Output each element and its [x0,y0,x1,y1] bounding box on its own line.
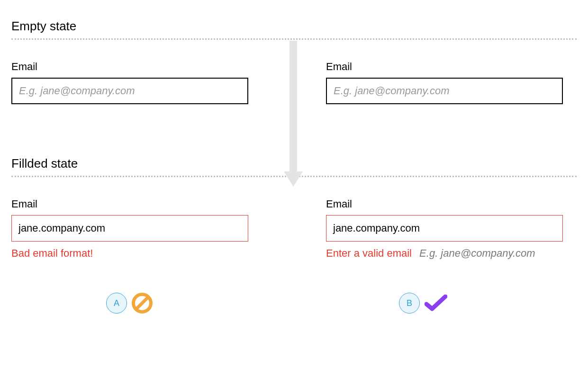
variant-badge-a: A [106,293,127,314]
divider [11,38,577,40]
field-label: Email [326,198,563,210]
error-hint: E.g. jane@company.com [419,247,535,259]
field-label: Email [11,198,248,210]
section-title-empty: Empty state [11,19,577,34]
field-label: Email [326,61,563,73]
prohibit-icon [132,293,153,314]
email-field[interactable]: E.g. jane@company.com [326,78,563,104]
email-field[interactable]: jane.company.com [11,215,248,242]
error-message: Enter a valid email E.g. jane@company.co… [326,247,563,260]
variant-badge-b: B [399,293,420,314]
error-message: Bad email format! [11,247,248,260]
email-field[interactable]: jane.company.com [326,215,563,242]
error-text: Enter a valid email [326,247,412,259]
field-label: Email [11,61,248,73]
section-title-filled: Fillded state [11,156,577,171]
email-field[interactable]: E.g. jane@company.com [11,78,248,104]
error-text: Bad email format! [11,247,93,259]
divider [11,176,577,177]
check-icon [425,295,447,312]
